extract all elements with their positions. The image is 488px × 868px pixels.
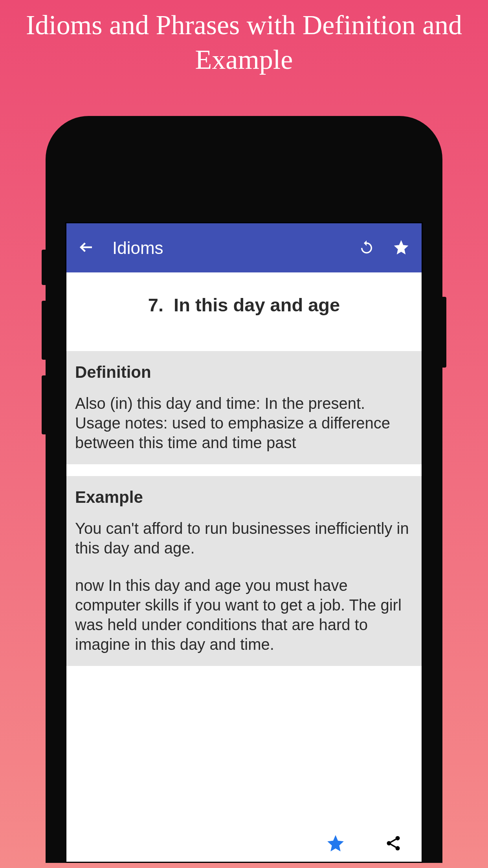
back-arrow-icon[interactable] [78,239,95,257]
content-area[interactable]: 7. In this day and age Definition Also (… [66,272,422,862]
svg-point-1 [396,836,400,840]
app-screen: Idioms 7. In this day and age [65,222,423,863]
idiom-number: 7. [148,294,163,315]
definition-section: Definition Also (in) this day and time: … [66,351,422,464]
svg-point-3 [396,846,400,850]
example-section: Example You can't afford to run business… [66,476,422,666]
svg-line-5 [391,844,396,847]
phone-side-button [42,301,46,360]
definition-heading: Definition [75,363,413,382]
favorite-star-icon[interactable] [326,833,345,855]
star-icon[interactable] [393,239,410,257]
phone-frame: Idioms 7. In this day and age [42,116,446,863]
share-icon[interactable] [385,835,402,853]
example-text: You can't afford to run businesses ineff… [75,519,413,558]
svg-point-2 [387,841,391,846]
example-heading: Example [75,488,413,507]
phone-side-button [442,297,446,368]
app-bar-title: Idioms [112,238,341,258]
bottom-action-bar [66,826,422,862]
undo-icon[interactable] [358,239,375,257]
idiom-name: In this day and age [174,294,340,315]
phone-side-button [42,250,46,285]
promo-title: Idioms and Phrases with Definition and E… [0,0,488,92]
idiom-title: 7. In this day and age [66,272,422,351]
example-text: now In this day and age you must have co… [75,576,413,654]
svg-line-4 [391,839,396,842]
promo-background: Idioms and Phrases with Definition and E… [0,0,488,868]
phone-side-button [42,375,46,434]
definition-text: Also (in) this day and time: In the pres… [75,394,413,452]
app-bar: Idioms [66,223,422,272]
